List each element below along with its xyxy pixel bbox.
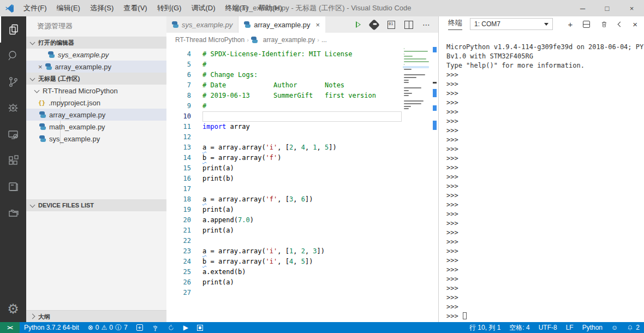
tab-close-icon[interactable]: ×	[316, 21, 320, 29]
terminal-select[interactable]: 1: COM7	[470, 18, 553, 30]
terminal-prompt-line: >>>	[446, 173, 644, 182]
kill-terminal-icon[interactable]	[600, 20, 608, 28]
explorer-icon[interactable]	[0, 16, 26, 43]
terminal-output[interactable]: MicroPython v1.9.4-114-g309fe39d on 2018…	[439, 32, 644, 322]
workspace-header[interactable]: 无标题 (工作区)	[26, 73, 166, 85]
code-line-6[interactable]: 6# Change Logs:	[166, 70, 438, 80]
breadcrumb-separator: ›	[317, 37, 319, 43]
tab-array-example[interactable]: array_example.py ×	[238, 16, 326, 33]
code-line-13[interactable]: 13a = array.array('i', [2, 4, 1, 5])	[166, 142, 438, 153]
python-interpreter[interactable]: Python 3.7.2 64-bit	[20, 322, 84, 333]
code-line-5[interactable]: 5#	[166, 60, 438, 70]
menu-item-3[interactable]: 查看(V)	[118, 0, 152, 16]
sync-icon[interactable]	[163, 322, 179, 333]
line-number: 13	[166, 142, 202, 153]
outline-header[interactable]: 大纲	[26, 310, 166, 322]
code-line-22[interactable]: 22	[166, 236, 438, 246]
encoding[interactable]: UTF-8	[534, 322, 562, 333]
menu-item-2[interactable]: 选择(S)	[85, 0, 118, 16]
language-mode[interactable]: Python	[578, 322, 607, 333]
tree-item-mpyproject[interactable]: {} .mpyproject.json	[26, 97, 166, 109]
code-line-14[interactable]: 14b = array.array('f')	[166, 153, 438, 163]
menu-item-4[interactable]: 转到(G)	[152, 0, 187, 16]
code-line-8[interactable]: 8# 2019-06-13 SummerGift first version	[166, 91, 438, 101]
search-icon[interactable]	[0, 43, 26, 69]
device-files-icon[interactable]	[0, 200, 26, 226]
binary-doc-icon[interactable]	[387, 21, 395, 29]
eol[interactable]: LF	[562, 322, 578, 333]
device-files-list-header[interactable]: DEVICE FILES LIST	[26, 199, 166, 211]
maximize-button[interactable]: □	[595, 0, 619, 16]
code-line-16[interactable]: 16print(b)	[166, 174, 438, 184]
code-line-19[interactable]: 19print(a)	[166, 205, 438, 215]
settings-gear-icon[interactable]: ⚙	[0, 296, 26, 322]
notes-icon[interactable]	[0, 174, 26, 200]
tree-item-math-example[interactable]: math_example.py	[26, 121, 166, 133]
menu-item-0[interactable]: 文件(F)	[19, 0, 52, 16]
close-panel-icon[interactable]: ×	[633, 20, 637, 28]
indentation[interactable]: 空格: 4	[505, 322, 534, 333]
minimap[interactable]	[403, 47, 430, 123]
extensions-icon[interactable]	[0, 147, 26, 174]
tab-sys-example[interactable]: sys_example.py	[166, 16, 238, 33]
menu-item-5[interactable]: 调试(D)	[186, 0, 220, 16]
stop-icon[interactable]	[193, 322, 207, 333]
remote-indicator[interactable]: ><	[0, 322, 20, 333]
code-line-12[interactable]: 12	[166, 132, 438, 142]
run-file-icon[interactable]	[356, 21, 361, 28]
code-line-18[interactable]: 18a = array.array('f', [3, 6])	[166, 194, 438, 205]
python-file-icon	[39, 111, 46, 118]
code-line-9[interactable]: 9#	[166, 101, 438, 111]
new-terminal-icon[interactable]: +	[568, 20, 573, 28]
code-line-11[interactable]: 11import array	[166, 122, 438, 132]
notifications-bell[interactable]: 2	[622, 322, 644, 333]
minimize-button[interactable]: ─	[570, 0, 595, 16]
code-line-25[interactable]: 25a.extend(b)	[166, 267, 438, 277]
split-editor-icon[interactable]	[404, 21, 413, 29]
terminal-tab[interactable]: 终端	[448, 18, 462, 30]
terminal-prompt-line: >>>	[446, 98, 644, 108]
cursor-position[interactable]: 行 10, 列 1	[465, 322, 505, 333]
code-line-10[interactable]: 10	[166, 111, 438, 122]
close-button[interactable]: ×	[619, 0, 644, 16]
chevron-left-icon[interactable]	[618, 21, 623, 27]
code-line-26[interactable]: 26print(a)	[166, 277, 438, 288]
source-control-icon[interactable]	[0, 69, 26, 95]
usb-icon[interactable]	[147, 322, 163, 333]
more-actions-icon[interactable]: ⋯	[422, 22, 431, 27]
open-editors-header[interactable]: 打开的编辑器	[26, 37, 166, 49]
code-editor[interactable]: 3#4# SPDX-License-Identifier: MIT Licens…	[166, 47, 438, 322]
sidebar-title: 资源管理器	[26, 16, 166, 35]
add-square-icon[interactable]: +	[132, 322, 147, 333]
tree-folder-rt-thread[interactable]: RT-Thread MicroPython	[26, 85, 166, 97]
tree-item-array-example[interactable]: array_example.py	[26, 109, 166, 121]
tree-item-sys-example[interactable]: sys_example.py	[26, 133, 166, 145]
feedback-smiley-icon[interactable]: ☺	[607, 322, 622, 333]
problems-indicator[interactable]: ⊗0 ⚠0 ⓘ7	[84, 322, 132, 333]
breadcrumb[interactable]: RT-Thread MicroPython › array_example.py…	[166, 33, 438, 47]
line-number: 18	[166, 194, 202, 205]
code-line-4[interactable]: 4# SPDX-License-Identifier: MIT License	[166, 49, 438, 60]
rt-thread-run-icon[interactable]	[368, 19, 380, 30]
chevron-down-icon	[30, 75, 35, 81]
chevron-down-icon	[30, 39, 35, 45]
terminal-prompt-line: >>>	[446, 135, 644, 145]
code-line-24[interactable]: 24b = array.array('i', [4, 5])	[166, 257, 438, 267]
open-editor-item[interactable]: sys_example.py	[26, 49, 166, 61]
code-line-20[interactable]: 20a.append(7.0)	[166, 215, 438, 225]
debug-icon[interactable]	[0, 95, 26, 121]
code-line-23[interactable]: 23a = array.array('i', [1, 2, 3])	[166, 246, 438, 257]
line-number: 19	[166, 205, 202, 215]
terminal-prompt-line: >>>	[446, 256, 644, 265]
code-line-15[interactable]: 15print(a)	[166, 163, 438, 174]
code-line-17[interactable]: 17	[166, 184, 438, 194]
close-icon[interactable]: ×	[38, 63, 43, 71]
code-line-21[interactable]: 21print(a)	[166, 225, 438, 236]
menu-item-1[interactable]: 编辑(E)	[52, 0, 85, 16]
code-line-27[interactable]: 27	[166, 288, 438, 298]
device-monitor-icon[interactable]	[0, 121, 26, 147]
code-line-7[interactable]: 7# Date Author Notes	[166, 80, 438, 91]
split-terminal-icon[interactable]	[583, 21, 590, 28]
play-icon[interactable]: ▶	[179, 322, 193, 333]
open-editor-item[interactable]: × array_example.py	[26, 61, 166, 73]
